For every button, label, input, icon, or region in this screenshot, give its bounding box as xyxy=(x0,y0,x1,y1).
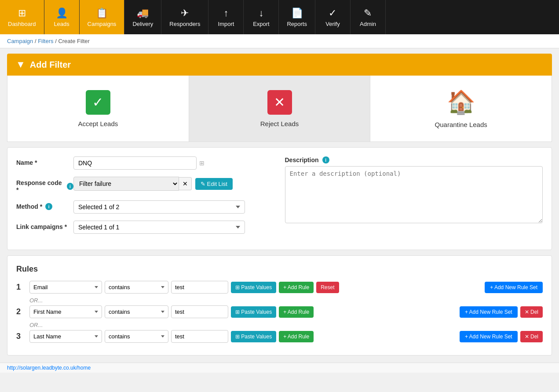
rule-operator-1[interactable]: contains xyxy=(105,281,168,294)
nav-import[interactable]: ↑ Import xyxy=(208,0,244,34)
nav-responders-label: Responders xyxy=(169,21,200,27)
leads-icon: 👤 xyxy=(56,7,68,19)
rule-row-3: 3 Last Name contains ⊞ Paste Values + Ad… xyxy=(16,330,543,343)
name-label: Name * xyxy=(16,156,73,166)
edit-list-button[interactable]: ✎ Edit List xyxy=(195,178,233,190)
method-label: Method * i xyxy=(16,200,73,210)
quarantine-icon: 🏠 xyxy=(447,89,475,116)
response-code-label: Response code * i xyxy=(16,177,73,193)
nav-leads-label: Leads xyxy=(54,21,69,27)
breadcrumb-filters[interactable]: Filters xyxy=(38,38,53,44)
response-code-clear[interactable]: ✕ xyxy=(179,177,192,190)
name-icon: ⊞ xyxy=(199,160,205,167)
rule-row-2: 2 First Name contains ⊞ Paste Values + A… xyxy=(16,305,543,318)
rule-value-2[interactable] xyxy=(171,305,228,318)
status-bar: http://solargen.leadbyte.co.uk/home xyxy=(0,363,559,373)
filter-card-reject[interactable]: ✕ Reject Leads xyxy=(189,76,371,142)
nav-dashboard-label: Dashboard xyxy=(8,21,36,27)
rule-number-1: 1 xyxy=(16,283,27,292)
response-code-info[interactable]: i xyxy=(67,183,73,190)
breadcrumb-campaign[interactable]: Campaign xyxy=(7,38,33,44)
del-rule-2[interactable]: ✕ Del xyxy=(520,306,543,318)
nav-reports-label: Reports xyxy=(287,21,307,27)
method-row: Method * i Selected 1 of 2 xyxy=(16,200,274,214)
del-rule-3[interactable]: ✕ Del xyxy=(520,331,543,342)
breadcrumb-current: Create Filter xyxy=(58,38,90,44)
accept-label: Accept Leads xyxy=(78,120,118,127)
name-row: Name * ⊞ xyxy=(16,156,274,170)
filter-form: Name * ⊞ Response code * i Filter failur… xyxy=(7,147,552,250)
rules-title: Rules xyxy=(16,265,543,274)
admin-icon: ✎ xyxy=(364,7,372,19)
nav-dashboard[interactable]: ⊞ Dashboard xyxy=(0,0,44,34)
campaigns-icon: 📋 xyxy=(96,7,108,19)
method-select[interactable]: Selected 1 of 2 xyxy=(73,200,245,214)
paste-values-2[interactable]: ⊞ Paste Values xyxy=(231,306,276,318)
add-rule-set-1[interactable]: + Add New Rule Set xyxy=(485,282,543,293)
link-campaigns-select[interactable]: Selected 1 of 1 xyxy=(73,221,245,234)
responders-icon: ✈ xyxy=(181,7,189,19)
add-rule-3[interactable]: + Add Rule xyxy=(279,331,314,342)
nav-campaigns[interactable]: 📋 Campaigns xyxy=(80,0,125,34)
add-rule-1[interactable]: + Add Rule xyxy=(279,282,314,293)
main-nav: ⊞ Dashboard 👤 Leads 📋 Campaigns 🚚 Delive… xyxy=(0,0,559,34)
paste-values-3[interactable]: ⊞ Paste Values xyxy=(231,331,276,342)
rule-value-1[interactable] xyxy=(171,281,228,294)
filter-card-accept[interactable]: ✓ Accept Leads xyxy=(7,76,189,142)
nav-export-label: Export xyxy=(253,21,270,27)
reset-1[interactable]: Reset xyxy=(316,282,339,293)
nav-delivery[interactable]: 🚚 Delivery xyxy=(124,0,161,34)
rule-number-3: 3 xyxy=(16,332,27,341)
or-divider-2: OR... xyxy=(29,322,543,328)
nav-import-label: Import xyxy=(218,21,234,27)
rule-field-2[interactable]: First Name xyxy=(29,305,102,318)
nav-campaigns-label: Campaigns xyxy=(88,21,117,27)
add-rule-set-2[interactable]: + Add New Rule Set xyxy=(460,306,518,318)
description-label: Description i xyxy=(285,156,543,163)
rule-field-3[interactable]: Last Name xyxy=(29,330,102,343)
description-textarea[interactable] xyxy=(285,166,543,223)
rule-operator-3[interactable]: contains xyxy=(105,330,168,343)
dashboard-icon: ⊞ xyxy=(18,7,26,19)
name-input[interactable] xyxy=(73,156,197,170)
response-code-select[interactable]: Filter failure xyxy=(73,177,179,191)
rule-number-2: 2 xyxy=(16,307,27,316)
nav-admin-label: Admin xyxy=(360,21,376,27)
page-title: Add Filter xyxy=(30,60,71,70)
response-code-row: Response code * i Filter failure ✕ ✎ Edi… xyxy=(16,177,274,193)
rule-value-3[interactable] xyxy=(171,330,228,343)
verify-icon: ✓ xyxy=(329,7,336,19)
or-divider-1: OR... xyxy=(29,297,543,304)
reject-label: Reject Leads xyxy=(260,120,299,127)
add-rule-set-3[interactable]: + Add New Rule Set xyxy=(460,331,518,342)
import-icon: ↑ xyxy=(223,7,228,19)
nav-leads[interactable]: 👤 Leads xyxy=(44,0,80,34)
nav-responders[interactable]: ✈ Responders xyxy=(161,0,208,34)
rule-row-1: 1 Email contains ⊞ Paste Values + Add Ru… xyxy=(16,281,543,294)
filter-card-quarantine[interactable]: 🏠 Quarantine Leads xyxy=(370,76,552,142)
filter-type-cards: ✓ Accept Leads ✕ Reject Leads 🏠 Quaranti… xyxy=(7,76,552,142)
accept-icon: ✓ xyxy=(86,90,110,115)
add-rule-2[interactable]: + Add Rule xyxy=(279,306,314,318)
description-info[interactable]: i xyxy=(322,156,329,163)
rule-actions-right-2: + Add New Rule Set ✕ Del xyxy=(460,306,543,318)
reject-icon: ✕ xyxy=(267,90,292,115)
nav-admin[interactable]: ✎ Admin xyxy=(351,0,386,34)
rule-field-1[interactable]: Email xyxy=(29,281,102,294)
link-campaigns-label: Link campaigns * xyxy=(16,221,73,230)
rule-operator-2[interactable]: contains xyxy=(105,305,168,318)
method-info[interactable]: i xyxy=(45,203,52,210)
delivery-icon: 🚚 xyxy=(137,7,149,19)
nav-reports[interactable]: 📄 Reports xyxy=(279,0,315,34)
page-content: ▼ Add Filter ✓ Accept Leads ✕ Reject Lea… xyxy=(0,54,559,363)
rule-actions-right-3: + Add New Rule Set ✕ Del xyxy=(460,331,543,342)
nav-verify[interactable]: ✓ Verify xyxy=(315,0,351,34)
rules-section: Rules 1 Email contains ⊞ Paste Values + … xyxy=(7,255,552,356)
add-filter-header: ▼ Add Filter xyxy=(7,54,552,76)
response-code-select-wrapper: Filter failure ✕ ✎ Edit List xyxy=(73,177,233,191)
quarantine-label: Quarantine Leads xyxy=(435,121,487,128)
nav-export[interactable]: ↓ Export xyxy=(244,0,279,34)
link-campaigns-select-wrapper: Selected 1 of 1 xyxy=(73,221,245,234)
nav-verify-label: Verify xyxy=(325,21,340,27)
paste-values-1[interactable]: ⊞ Paste Values xyxy=(231,282,276,293)
